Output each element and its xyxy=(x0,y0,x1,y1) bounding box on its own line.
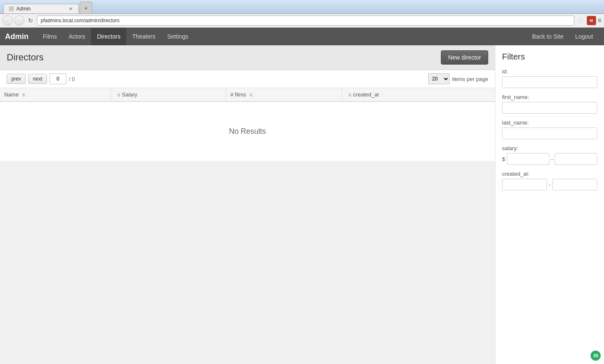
tab-bar: Admin ✕ + xyxy=(3,2,601,13)
filter-created-at-label: created_at: xyxy=(502,171,597,177)
nav-actors[interactable]: Actors xyxy=(62,28,91,45)
page-header: Directors New director xyxy=(0,45,495,70)
sort-films-icon: ⇅ xyxy=(249,93,253,97)
salary-dollar-sign: $ xyxy=(502,156,505,162)
filter-first-name-input[interactable] xyxy=(502,102,597,114)
nav-back-to-site[interactable]: Back to Site xyxy=(526,28,569,45)
nav-theaters[interactable]: Theaters xyxy=(126,28,161,45)
filters-sidebar: Filters id: first_name: last_name: salar… xyxy=(495,45,604,364)
tab-close-button[interactable]: ✕ xyxy=(68,6,73,12)
notification-badge: 39 xyxy=(591,351,601,361)
nav-settings[interactable]: Settings xyxy=(161,28,194,45)
browser-nav-bar: ← → ↻ ☆ M ≡ xyxy=(0,14,604,28)
items-per-page-label: items per page xyxy=(452,76,488,82)
filter-created-at-start-input[interactable] xyxy=(502,179,547,190)
filter-first-name-group: first_name: xyxy=(502,94,597,114)
reload-button[interactable]: ↻ xyxy=(26,16,35,25)
col-salary[interactable]: ⇅ Salary xyxy=(111,88,226,101)
tab-title: Admin xyxy=(16,6,65,12)
toolbar: prev next / 0 10 20 50 100 items per pag… xyxy=(0,70,495,88)
browser-menu-button[interactable]: ≡ xyxy=(598,17,601,24)
filter-salary-group: salary: $ - xyxy=(502,145,597,165)
extension-icon[interactable]: M xyxy=(587,16,596,25)
page-total: / 0 xyxy=(69,76,75,82)
app-brand[interactable]: Admin xyxy=(5,32,29,41)
nav-films[interactable]: Films xyxy=(37,28,62,45)
filter-first-name-label: first_name: xyxy=(502,94,597,100)
filter-salary-min-input[interactable] xyxy=(507,153,549,165)
nav-directors[interactable]: Directors xyxy=(91,28,126,45)
nav-logout[interactable]: Logout xyxy=(569,28,599,45)
filter-id-input[interactable] xyxy=(502,76,597,88)
browser-chrome: Admin ✕ + xyxy=(0,0,604,14)
forward-button[interactable]: → xyxy=(14,16,24,26)
no-results-text: No Results xyxy=(0,101,495,161)
table-header-row: Name ⇅ ⇅ Salary # films ⇅ ⇅ created_at xyxy=(0,88,495,101)
next-button[interactable]: next xyxy=(28,74,47,84)
filter-salary-max-input[interactable] xyxy=(555,153,597,165)
col-name[interactable]: Name ⇅ xyxy=(0,88,111,101)
app-nav-links: Films Actors Directors Theaters Settings xyxy=(37,28,526,45)
filter-created-at-range: - xyxy=(502,179,597,190)
filter-last-name-label: last_name: xyxy=(502,120,597,126)
items-per-page-wrapper: 10 20 50 100 items per page xyxy=(428,73,488,84)
sort-name-icon: ⇅ xyxy=(22,93,25,97)
main-layout: Directors New director prev next / 0 10 … xyxy=(0,45,604,364)
sort-created-icon: ⇅ xyxy=(348,93,351,97)
filter-id-group: id: xyxy=(502,68,597,88)
app-nav: Admin Films Actors Directors Theaters Se… xyxy=(0,28,604,45)
filter-salary-range: $ - xyxy=(502,153,597,165)
created-at-range-sep: - xyxy=(549,182,550,188)
content-area: Directors New director prev next / 0 10 … xyxy=(0,45,495,364)
prev-button[interactable]: prev xyxy=(7,74,26,84)
no-results-row: No Results xyxy=(0,101,495,161)
bookmark-button[interactable]: ☆ xyxy=(576,17,585,25)
filter-created-at-end-input[interactable] xyxy=(552,179,597,190)
browser-tab-admin[interactable]: Admin ✕ xyxy=(3,4,79,13)
page-title: Directors xyxy=(7,52,44,63)
filter-id-label: id: xyxy=(502,68,597,75)
sort-salary-icon: ⇅ xyxy=(117,93,120,97)
data-table: Name ⇅ ⇅ Salary # films ⇅ ⇅ created_at xyxy=(0,88,495,161)
tab-favicon xyxy=(9,6,14,11)
back-button[interactable]: ← xyxy=(3,16,13,26)
col-films[interactable]: # films ⇅ xyxy=(226,88,342,101)
col-created-at[interactable]: ⇅ created_at xyxy=(342,88,495,101)
app-nav-right: Back to Site Logout xyxy=(526,28,599,45)
new-director-button[interactable]: New director xyxy=(441,50,488,65)
filter-salary-label: salary: xyxy=(502,145,597,151)
page-input[interactable] xyxy=(49,73,66,84)
new-tab-button[interactable]: + xyxy=(80,2,92,13)
items-per-page-select[interactable]: 10 20 50 100 xyxy=(428,73,450,84)
filter-created-at-group: created_at: - xyxy=(502,171,597,190)
address-bar[interactable] xyxy=(37,16,574,26)
filters-title: Filters xyxy=(502,52,597,62)
filter-last-name-group: last_name: xyxy=(502,120,597,139)
filter-last-name-input[interactable] xyxy=(502,127,597,139)
salary-range-sep: - xyxy=(551,156,553,162)
